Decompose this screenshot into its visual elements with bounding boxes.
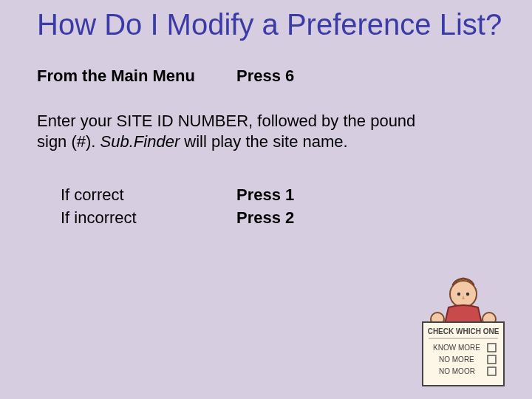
option-row: If correct Press 1: [61, 184, 502, 207]
slide: How Do I Modify a Preference List? From …: [0, 0, 532, 230]
svg-point-0: [450, 281, 477, 307]
instruction-paragraph: Enter your SITE ID NUMBER, followed by t…: [37, 111, 421, 151]
option-action: Press 2: [236, 207, 294, 230]
main-menu-action: Press 6: [236, 66, 294, 86]
main-menu-row: From the Main Menu Press 6: [37, 66, 502, 86]
checklist-cartoon-icon: CHECK WHICH ONE KNOW MORE NO MORE NO MOO…: [408, 272, 519, 390]
svg-point-2: [466, 293, 469, 296]
checklist-item: KNOW MORE: [433, 344, 480, 352]
app-name: Sub.Finder: [100, 132, 180, 151]
option-label: If incorrect: [61, 207, 236, 230]
slide-title: How Do I Modify a Preference List?: [37, 7, 502, 41]
option-action: Press 1: [236, 184, 294, 207]
checklist-item: NO MOOR: [439, 367, 475, 375]
checklist-item: NO MORE: [439, 355, 474, 364]
checklist-title: CHECK WHICH ONE: [428, 327, 499, 335]
option-row: If incorrect Press 2: [61, 207, 502, 230]
options-list: If correct Press 1 If incorrect Press 2: [37, 184, 502, 230]
option-label: If correct: [61, 184, 236, 207]
svg-point-1: [457, 293, 460, 296]
main-menu-label: From the Main Menu: [37, 66, 236, 86]
instruction-suffix: will play the site name.: [180, 132, 347, 151]
